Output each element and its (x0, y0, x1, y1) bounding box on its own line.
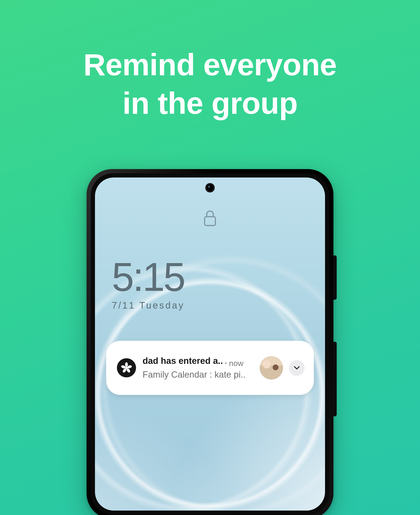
headline: Remind everyone in the group (21, 45, 399, 122)
camera-notch (205, 183, 215, 192)
phone-bezel: 5:15 7/11 Tuesday (91, 173, 329, 515)
promo-slide: Remind everyone in the group 5:15 (0, 0, 420, 515)
phone-side-button-upper (333, 255, 337, 300)
svg-point-2 (125, 362, 128, 367)
svg-rect-0 (205, 217, 215, 226)
svg-point-5 (122, 368, 127, 373)
notification-avatar (260, 356, 283, 380)
notification-timestamp: now (229, 359, 243, 368)
svg-point-1 (125, 367, 128, 369)
wallpaper-strand (95, 177, 325, 511)
lockscreen-clock: 5:15 7/11 Tuesday (112, 257, 185, 311)
chevron-down-icon (293, 364, 300, 371)
notification-text: dad has entered a.. now Family Calendar … (142, 356, 255, 380)
notification-expand-button[interactable] (289, 360, 305, 375)
phone-side-button-lower (333, 342, 337, 416)
phone-frame: 5:15 7/11 Tuesday (87, 169, 333, 515)
flower-icon (121, 362, 132, 374)
notification-card[interactable]: dad has entered a.. now Family Calendar … (106, 341, 314, 395)
notification-app-icon (117, 358, 136, 377)
headline-line1: Remind everyone (21, 45, 399, 84)
notification-title: dad has entered a.. (142, 356, 223, 366)
svg-point-4 (126, 368, 131, 373)
wallpaper-strand (95, 177, 325, 511)
dot-separator-icon (225, 362, 226, 364)
notification-meta: now (225, 359, 243, 368)
lockscreen-time: 5:15 (112, 257, 185, 297)
svg-point-3 (127, 365, 132, 369)
wallpaper-strand (95, 177, 325, 511)
notification-subtitle: Family Calendar : kate pi.. (142, 370, 255, 380)
lock-icon (203, 210, 217, 228)
phone-screen[interactable]: 5:15 7/11 Tuesday (95, 177, 325, 511)
headline-line2: in the group (21, 84, 399, 122)
lockscreen-date: 7/11 Tuesday (112, 300, 185, 311)
svg-point-6 (121, 365, 126, 369)
